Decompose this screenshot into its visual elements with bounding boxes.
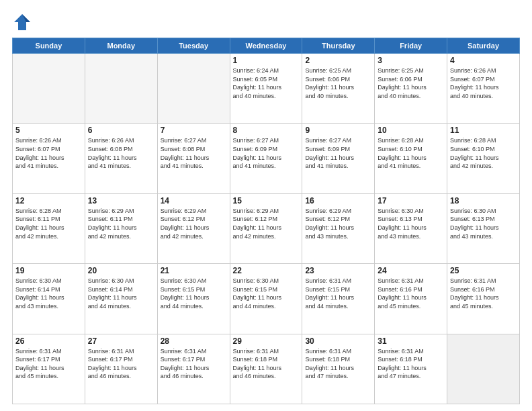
day-number: 20 (88, 266, 154, 275)
day-number: 17 (378, 196, 444, 205)
day-info: Sunrise: 6:24 AM Sunset: 6:05 PM Dayligh… (233, 66, 300, 100)
calendar-cell: 24Sunrise: 6:31 AM Sunset: 6:16 PM Dayli… (375, 264, 447, 334)
day-info: Sunrise: 6:29 AM Sunset: 6:11 PM Dayligh… (88, 207, 154, 240)
day-number: 15 (233, 196, 300, 205)
day-number: 5 (15, 126, 82, 135)
day-number: 27 (88, 336, 154, 346)
calendar-cell: 14Sunrise: 6:29 AM Sunset: 6:12 PM Dayli… (157, 193, 230, 263)
week-row-4: 19Sunrise: 6:30 AM Sunset: 6:14 PM Dayli… (13, 264, 520, 334)
day-info: Sunrise: 6:31 AM Sunset: 6:17 PM Dayligh… (15, 347, 82, 381)
calendar-cell: 31Sunrise: 6:31 AM Sunset: 6:18 PM Dayli… (375, 334, 447, 404)
calendar-cell: 20Sunrise: 6:30 AM Sunset: 6:14 PM Dayli… (85, 264, 157, 334)
calendar-cell: 19Sunrise: 6:30 AM Sunset: 6:14 PM Dayli… (13, 264, 85, 334)
day-info: Sunrise: 6:31 AM Sunset: 6:18 PM Dayligh… (233, 347, 300, 381)
day-number: 22 (233, 266, 300, 275)
weekday-header-saturday: Saturday (447, 38, 520, 54)
day-info: Sunrise: 6:25 AM Sunset: 6:06 PM Dayligh… (305, 66, 371, 100)
week-row-3: 12Sunrise: 6:28 AM Sunset: 6:11 PM Dayli… (13, 193, 520, 263)
day-number: 31 (378, 336, 444, 346)
calendar-cell: 9Sunrise: 6:27 AM Sunset: 6:09 PM Daylig… (302, 124, 375, 193)
day-number: 7 (161, 126, 227, 135)
calendar-cell (447, 334, 520, 404)
calendar-cell: 21Sunrise: 6:30 AM Sunset: 6:15 PM Dayli… (157, 264, 230, 334)
calendar-cell: 11Sunrise: 6:28 AM Sunset: 6:10 PM Dayli… (447, 124, 520, 193)
day-number: 14 (161, 196, 227, 205)
day-info: Sunrise: 6:29 AM Sunset: 6:12 PM Dayligh… (161, 207, 227, 240)
day-info: Sunrise: 6:25 AM Sunset: 6:06 PM Dayligh… (378, 66, 444, 100)
day-info: Sunrise: 6:27 AM Sunset: 6:09 PM Dayligh… (305, 136, 371, 170)
header (12, 12, 520, 32)
day-info: Sunrise: 6:30 AM Sunset: 6:13 PM Dayligh… (450, 207, 517, 240)
calendar-cell: 22Sunrise: 6:30 AM Sunset: 6:15 PM Dayli… (230, 264, 302, 334)
day-number: 10 (378, 126, 444, 135)
calendar-cell: 12Sunrise: 6:28 AM Sunset: 6:11 PM Dayli… (13, 193, 85, 263)
day-info: Sunrise: 6:26 AM Sunset: 6:07 PM Dayligh… (15, 136, 82, 170)
day-info: Sunrise: 6:29 AM Sunset: 6:12 PM Dayligh… (305, 207, 371, 240)
calendar-cell: 7Sunrise: 6:27 AM Sunset: 6:08 PM Daylig… (157, 124, 230, 193)
calendar-cell: 25Sunrise: 6:31 AM Sunset: 6:16 PM Dayli… (447, 264, 520, 334)
calendar-cell: 17Sunrise: 6:30 AM Sunset: 6:13 PM Dayli… (375, 193, 447, 263)
calendar-cell: 4Sunrise: 6:26 AM Sunset: 6:07 PM Daylig… (447, 54, 520, 124)
calendar-cell: 18Sunrise: 6:30 AM Sunset: 6:13 PM Dayli… (447, 193, 520, 263)
calendar-cell: 6Sunrise: 6:26 AM Sunset: 6:08 PM Daylig… (85, 124, 157, 193)
logo-icon (12, 12, 32, 32)
calendar-cell (85, 54, 157, 124)
day-number: 26 (15, 336, 82, 346)
calendar-cell: 10Sunrise: 6:28 AM Sunset: 6:10 PM Dayli… (375, 124, 447, 193)
day-info: Sunrise: 6:30 AM Sunset: 6:15 PM Dayligh… (161, 277, 227, 310)
calendar-cell: 8Sunrise: 6:27 AM Sunset: 6:09 PM Daylig… (230, 124, 302, 193)
week-row-5: 26Sunrise: 6:31 AM Sunset: 6:17 PM Dayli… (13, 334, 520, 404)
day-number: 18 (450, 196, 517, 205)
day-number: 16 (305, 196, 371, 205)
day-number: 1 (233, 56, 300, 65)
calendar-cell: 13Sunrise: 6:29 AM Sunset: 6:11 PM Dayli… (85, 193, 157, 263)
calendar-cell: 27Sunrise: 6:31 AM Sunset: 6:17 PM Dayli… (85, 334, 157, 404)
calendar-table: SundayMondayTuesdayWednesdayThursdayFrid… (12, 38, 520, 404)
day-number: 30 (305, 336, 371, 346)
day-number: 19 (15, 266, 82, 275)
day-info: Sunrise: 6:27 AM Sunset: 6:08 PM Dayligh… (161, 136, 227, 170)
weekday-header-thursday: Thursday (302, 38, 375, 54)
day-info: Sunrise: 6:28 AM Sunset: 6:10 PM Dayligh… (378, 136, 444, 170)
day-number: 11 (450, 126, 517, 135)
day-number: 21 (161, 266, 227, 275)
logo (12, 12, 35, 32)
weekday-header-monday: Monday (85, 38, 157, 54)
weekday-header-row: SundayMondayTuesdayWednesdayThursdayFrid… (13, 38, 520, 54)
week-row-2: 5Sunrise: 6:26 AM Sunset: 6:07 PM Daylig… (13, 124, 520, 193)
calendar-cell: 3Sunrise: 6:25 AM Sunset: 6:06 PM Daylig… (375, 54, 447, 124)
calendar-cell: 28Sunrise: 6:31 AM Sunset: 6:17 PM Dayli… (157, 334, 230, 404)
day-info: Sunrise: 6:26 AM Sunset: 6:07 PM Dayligh… (450, 66, 517, 100)
weekday-header-sunday: Sunday (13, 38, 85, 54)
day-number: 12 (15, 196, 82, 205)
day-number: 29 (233, 336, 300, 346)
weekday-header-tuesday: Tuesday (157, 38, 230, 54)
calendar-cell: 30Sunrise: 6:31 AM Sunset: 6:18 PM Dayli… (302, 334, 375, 404)
calendar-cell: 15Sunrise: 6:29 AM Sunset: 6:12 PM Dayli… (230, 193, 302, 263)
day-info: Sunrise: 6:30 AM Sunset: 6:14 PM Dayligh… (15, 277, 82, 310)
calendar-cell: 16Sunrise: 6:29 AM Sunset: 6:12 PM Dayli… (302, 193, 375, 263)
day-info: Sunrise: 6:27 AM Sunset: 6:09 PM Dayligh… (233, 136, 300, 170)
day-info: Sunrise: 6:29 AM Sunset: 6:12 PM Dayligh… (233, 207, 300, 240)
day-info: Sunrise: 6:30 AM Sunset: 6:14 PM Dayligh… (88, 277, 154, 310)
day-number: 8 (233, 126, 300, 135)
calendar-cell: 26Sunrise: 6:31 AM Sunset: 6:17 PM Dayli… (13, 334, 85, 404)
page: SundayMondayTuesdayWednesdayThursdayFrid… (0, 0, 532, 411)
weekday-header-friday: Friday (375, 38, 447, 54)
day-info: Sunrise: 6:30 AM Sunset: 6:15 PM Dayligh… (233, 277, 300, 310)
week-row-1: 1Sunrise: 6:24 AM Sunset: 6:05 PM Daylig… (13, 54, 520, 124)
day-info: Sunrise: 6:28 AM Sunset: 6:10 PM Dayligh… (450, 136, 517, 170)
calendar-cell (13, 54, 85, 124)
day-number: 6 (88, 126, 154, 135)
day-info: Sunrise: 6:31 AM Sunset: 6:18 PM Dayligh… (378, 347, 444, 381)
calendar-cell: 29Sunrise: 6:31 AM Sunset: 6:18 PM Dayli… (230, 334, 302, 404)
calendar-cell: 5Sunrise: 6:26 AM Sunset: 6:07 PM Daylig… (13, 124, 85, 193)
day-number: 13 (88, 196, 154, 205)
calendar-cell: 1Sunrise: 6:24 AM Sunset: 6:05 PM Daylig… (230, 54, 302, 124)
day-info: Sunrise: 6:28 AM Sunset: 6:11 PM Dayligh… (15, 207, 82, 240)
day-number: 9 (305, 126, 371, 135)
day-info: Sunrise: 6:31 AM Sunset: 6:15 PM Dayligh… (305, 277, 371, 310)
weekday-header-wednesday: Wednesday (230, 38, 302, 54)
day-number: 4 (450, 56, 517, 65)
day-info: Sunrise: 6:26 AM Sunset: 6:08 PM Dayligh… (88, 136, 154, 170)
